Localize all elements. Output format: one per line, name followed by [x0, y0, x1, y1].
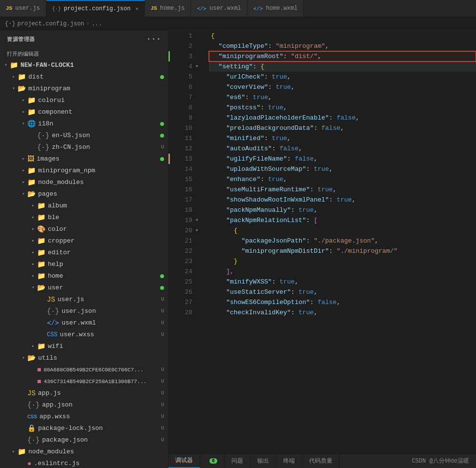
code-line-16: "useMultiFrameRuntime": true, — [209, 184, 476, 195]
expand-arrow[interactable]: ▸ — [10, 72, 18, 82]
file-label: en-US.json — [52, 130, 160, 141]
fold-4[interactable]: ▾ — [195, 61, 205, 72]
sidebar-item-user[interactable]: ▾ 📂 user — [0, 282, 168, 294]
file-label: cropper — [48, 236, 168, 246]
sidebar-item-miniprogram[interactable]: ▾ 📂 miniprogram — [0, 83, 168, 95]
sidebar-item-album[interactable]: ▸ 📁 album — [0, 200, 168, 212]
expand-arrow[interactable]: ▸ — [20, 165, 27, 176]
sidebar-item-user-wxml[interactable]: ≺/≻ user.wxml U — [0, 317, 168, 329]
sidebar-item-home[interactable]: ▸ 📁 home — [0, 270, 168, 282]
expand-arrow[interactable]: ▸ — [29, 259, 37, 270]
tab-user-wxml[interactable]: ≺/≻ user.wxml — [191, 0, 248, 17]
expand-arrow[interactable]: ▾ — [20, 353, 27, 364]
sidebar-item-editor[interactable]: ▸ 📁 editor — [0, 247, 168, 259]
tab-close-button[interactable]: ✕ — [135, 6, 138, 12]
fold-17 — [195, 195, 205, 205]
sidebar-menu-icon[interactable]: ··· — [146, 35, 161, 43]
sidebar-item-dist[interactable]: ▸ 📁 dist — [0, 71, 168, 83]
sidebar-item-images[interactable]: ▸ 🖼 images — [0, 153, 168, 165]
line-number-21: 21 — [168, 236, 195, 246]
bottom-tab-issues[interactable]: 6 — [200, 454, 225, 468]
sidebar-item-app-js[interactable]: JS app.js U — [0, 387, 168, 399]
sidebar-item-file2[interactable]: ■ 436C7314B549B2CF250A1B1306B77... U — [0, 376, 168, 387]
sidebar-item-package-lock-json[interactable]: 🔒 package-lock.json U — [0, 423, 168, 434]
fold-19[interactable]: ▾ — [195, 215, 205, 225]
expand-arrow[interactable]: ▾ — [29, 283, 37, 293]
bottom-tab-code-quality[interactable]: 代码质量 — [302, 454, 340, 468]
expand-arrow[interactable]: ▸ — [20, 95, 27, 106]
expand-arrow[interactable]: ▸ — [20, 177, 27, 188]
folder-icon: 📁 — [37, 212, 45, 223]
fold-22 — [195, 246, 205, 256]
fold-18 — [195, 205, 205, 215]
sidebar-item-eslintrc-js[interactable]: ● .eslintrc.js — [0, 458, 168, 468]
expand-arrow[interactable]: ▾ — [20, 189, 27, 200]
status-dot — [160, 134, 164, 138]
project-root[interactable]: ▾ 📁 NEW-FAN-CLOCK1 — [0, 60, 168, 71]
expand-arrow[interactable]: ▸ — [29, 247, 37, 258]
sidebar-item-app-wxss[interactable]: CSS app.wxss U — [0, 411, 168, 423]
code-line-26: "useStaticServer": true, — [209, 287, 476, 297]
sidebar-item-colorui[interactable]: ▸ 📁 colorui — [0, 95, 168, 106]
expand-arrow[interactable]: ▸ — [20, 154, 27, 164]
sidebar-item-node-modules-root[interactable]: ▸ 📁 node_modules — [0, 446, 168, 458]
expand-arrow[interactable]: ▾ — [20, 119, 27, 129]
sidebar-item-user-js[interactable]: JS user.js U — [0, 294, 168, 305]
sidebar-item-app-json[interactable]: {·} app.json U — [0, 399, 168, 411]
sidebar-item-en-us-json[interactable]: {·} en-US.json — [0, 130, 168, 142]
brace: { — [211, 31, 215, 41]
bottom-tab-problems[interactable]: 问题 — [225, 454, 250, 468]
expand-arrow[interactable]: ▸ — [29, 236, 37, 246]
badge: U — [161, 435, 164, 446]
file-label: wifi — [48, 341, 168, 352]
json-icon: {·} — [52, 6, 61, 12]
sidebar-item-user-wxss[interactable]: CSS user.wxss U — [0, 329, 168, 341]
sidebar-item-utils[interactable]: ▾ 📂 utils — [0, 352, 168, 364]
expand-arrow[interactable]: ▸ — [29, 341, 37, 352]
expand-arrow[interactable]: ▾ — [10, 83, 18, 94]
sidebar-item-help[interactable]: ▸ 📁 help — [0, 259, 168, 270]
sidebar-item-cropper[interactable]: ▸ 📁 cropper — [0, 235, 168, 247]
expand-arrow[interactable]: ▸ — [20, 107, 27, 118]
code-line-12: "autoAudits": false, — [209, 143, 476, 154]
punct: : — [253, 61, 261, 72]
bottom-tab-terminal[interactable]: 终端 — [276, 454, 302, 468]
sidebar-item-ble[interactable]: ▸ 📁 ble — [0, 212, 168, 224]
fold-27 — [195, 297, 205, 307]
sidebar-item-miniprogram-npm[interactable]: ▸ 📁 miniprogram_npm — [0, 165, 168, 177]
sidebar-item-pages[interactable]: ▾ 📂 pages — [0, 188, 168, 200]
expand-arrow[interactable]: ▾ — [2, 60, 10, 71]
folder-icon: 📁 — [27, 95, 36, 106]
file-label: dist — [28, 72, 160, 82]
tab-project-config-json[interactable]: {·} project.config.json ✕ — [46, 0, 145, 17]
code-editor[interactable]: { "compileType": "miniprogram", "minipro… — [205, 31, 476, 453]
breadcrumb-more[interactable]: ... — [92, 20, 103, 27]
sidebar-item-zh-cn-json[interactable]: {·} zh-CN.json U — [0, 142, 168, 153]
fold-20[interactable]: ▾ — [195, 225, 205, 236]
sidebar-item-color[interactable]: ▸ 🎨 color — [0, 224, 168, 235]
expand-arrow[interactable]: ▸ — [29, 201, 37, 211]
breadcrumb-separator: › — [86, 20, 89, 27]
tab-user-js[interactable]: JS user.js — [0, 0, 46, 17]
sidebar-item-user-json[interactable]: {·} user.json U — [0, 305, 168, 317]
value: "dist/" — [291, 51, 318, 61]
sidebar-item-wifi[interactable]: ▸ 📁 wifi — [0, 341, 168, 352]
sidebar-item-node-modules-inner[interactable]: ▸ 📁 node_modules — [0, 177, 168, 188]
tab-home-js[interactable]: JS home.js — [145, 0, 191, 17]
breadcrumb-file[interactable]: project.config.json — [18, 20, 84, 27]
expand-arrow[interactable]: ▸ — [10, 447, 18, 457]
sidebar-item-file1[interactable]: ■ 80A688C0B549B2CFE6C0E0C706C7... U — [0, 364, 168, 376]
sidebar-item-package-json[interactable]: {·} package.json U — [0, 434, 168, 446]
code-line-6: "coverView": true, — [209, 82, 476, 92]
expand-arrow[interactable]: ▸ — [29, 271, 37, 282]
sidebar-item-i18n[interactable]: ▾ 🌐 i18n — [0, 118, 168, 130]
json-icon: {·} — [27, 400, 40, 410]
sidebar-item-component[interactable]: ▸ 📁 component — [0, 106, 168, 118]
tab-home-wxml[interactable]: ≺/≻ home.wxml — [248, 0, 304, 17]
bottom-tab-debugger[interactable]: 调试器 — [168, 454, 200, 468]
expand-arrow[interactable]: ▸ — [29, 212, 37, 223]
sidebar-header: 资源管理器 ··· — [0, 31, 168, 47]
line-number-11: 11 — [168, 133, 195, 143]
bottom-tab-output[interactable]: 输出 — [250, 454, 276, 468]
expand-arrow[interactable]: ▸ — [29, 224, 37, 235]
